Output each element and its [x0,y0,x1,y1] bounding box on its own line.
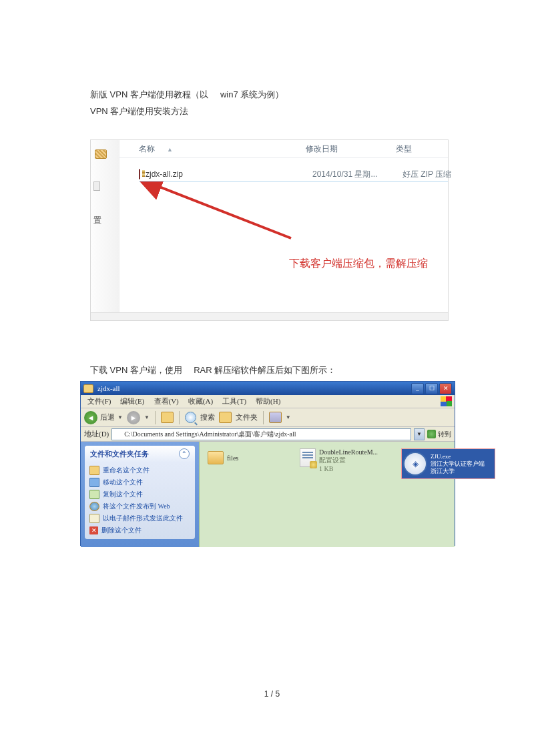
menu-edit[interactable]: 编辑(E) [116,395,148,408]
addressbar: 地址(D) C:\Documents and Settings\Administ… [81,427,455,442]
task-copy[interactable]: 复制这个文件 [89,488,190,500]
task-move[interactable]: 移动这个文件 [89,476,190,488]
tasks-panel: 文件和文件夹任务 ⌃ 重命名这个文件 移动这个文件 复制这个文件 将这个文件发布… [85,446,195,539]
page-number: 1 / 5 [90,689,454,699]
intro-line2: VPN 客户端使用安装方法 [90,103,454,120]
menubar[interactable]: 文件(F) 编辑(E) 查看(V) 收藏(A) 工具(T) 帮助(H) [81,395,455,408]
file-item-zju[interactable]: ◈ ZJU.exe 浙江大学认证客户端 浙江大学 [401,448,495,479]
intro-line1b: win7 系统为例） [220,87,284,103]
task-delete[interactable]: ✕删除这个文件 [89,524,190,536]
folders-icon[interactable] [219,412,232,423]
mid-caption: 下载 VPN 客户端，使用 RAR 解压缩软件解压后如下图所示： [90,364,454,376]
maximize-button[interactable]: ☐ [425,383,438,394]
file-name: zjdx-all.zip [146,169,312,179]
annotation-text: 下载客户端压缩包，需解压缩 [289,257,428,271]
file-row[interactable]: zjdx-all.zip 2014/10/31 星期... 好压 ZIP 压缩 [139,167,448,181]
window-title: zjdx-all [97,384,120,392]
up-folder-icon[interactable] [161,412,174,423]
rename-icon [89,466,99,475]
zju-line1: ZJU.exe [431,453,485,460]
titlebar-folder-icon [83,384,93,393]
sidebar-handle-icon [93,181,100,191]
column-headers[interactable]: 名称▲ 修改日期 类型 [119,140,448,158]
back-button[interactable]: ◄ 后退 ▼ [84,411,123,424]
titlebar[interactable]: zjdx-all _ ☐ ✕ [81,382,455,395]
ini-size: 1 KB [319,465,378,472]
zju-line2: 浙江大学认证客户端 [431,460,485,468]
address-label: 地址(D) [84,429,109,439]
toolbar-search-label[interactable]: 搜索 [200,412,215,422]
go-arrow-icon [427,430,436,438]
zip-icon [139,169,140,179]
intro-line1a: 新版 VPN 客户端使用教程（以 [90,87,208,103]
minimize-button[interactable]: _ [411,383,424,394]
tasks-header: 文件和文件夹任务 [90,449,149,459]
col-name[interactable]: 名称 [139,144,155,153]
task-email[interactable]: 以电子邮件形式发送此文件 [89,512,190,524]
task-publish[interactable]: 将这个文件发布到 Web [89,500,190,512]
col-date[interactable]: 修改日期 [306,143,396,155]
explorer-body: 文件和文件夹任务 ⌃ 重命名这个文件 移动这个文件 复制这个文件 将这个文件发布… [81,442,455,547]
task-rename[interactable]: 重命名这个文件 [89,464,190,476]
menu-view[interactable]: 查看(V) [150,395,183,408]
sidebar-folder-icon [95,149,107,159]
delete-icon: ✕ [89,526,98,534]
menu-file[interactable]: 文件(F) [83,395,115,408]
sort-caret-icon: ▲ [167,146,173,153]
screenshot-xp-explorer: zjdx-all _ ☐ ✕ 文件(F) 编辑(E) 查看(V) 收藏(A) 工… [80,381,455,546]
copy-icon [89,490,99,499]
views-icon[interactable] [269,412,282,423]
address-dropdown[interactable]: ▼ [414,428,425,440]
toolbar-folders-label[interactable]: 文件夹 [236,412,258,422]
tasks-pane: 文件和文件夹任务 ⌃ 重命名这个文件 移动这个文件 复制这个文件 将这个文件发布… [81,442,199,547]
chevron-down-icon[interactable]: ▼ [144,414,150,420]
address-folder-icon [114,431,121,437]
globe-icon [89,502,99,511]
collapse-icon[interactable]: ⌃ [179,448,190,459]
col-type[interactable]: 类型 [396,143,436,155]
toolbar: ◄ 后退 ▼ ► ▼ 搜索 文件夹 ▼ [81,408,455,427]
side-glyph: 置 [93,215,119,226]
scrollbar-h[interactable] [91,312,448,320]
folder-label: files [227,454,238,462]
screenshot-win7-explorer: 置 名称▲ 修改日期 类型 zjdx-all.zip 2014/10/31 星期… [90,139,449,321]
back-icon: ◄ [84,411,97,424]
forward-button[interactable]: ► [127,411,140,424]
windows-flag-icon [441,396,452,406]
ini-name: DoubleLineRouteM... [319,448,378,456]
red-arrow-icon [138,181,298,242]
zju-badge-icon: ◈ [403,452,427,476]
mail-icon [89,514,99,523]
move-icon [89,478,99,487]
folder-icon [208,451,224,464]
menu-tools[interactable]: 工具(T) [218,395,250,408]
address-input[interactable]: C:\Documents and Settings\Administrator\… [111,428,411,440]
file-view[interactable]: files DoubleLineRouteM... 配置设置 1 KB ◈ ZJ… [199,442,455,547]
chevron-down-icon[interactable]: ▼ [286,414,291,420]
ini-desc: 配置设置 [319,456,378,465]
file-item-ini[interactable]: DoubleLineRouteM... 配置设置 1 KB [300,448,378,472]
chevron-down-icon[interactable]: ▼ [117,414,123,420]
file-type: 好压 ZIP 压缩 [403,169,463,180]
address-path: C:\Documents and Settings\Administrator\… [124,430,296,439]
file-item-folder[interactable]: files [208,451,238,464]
left-sidebar: 置 [91,140,119,320]
menu-help[interactable]: 帮助(H) [252,395,284,408]
document-page: 新版 VPN 客户端使用教程（以 win7 系统为例） VPN 客户端使用安装方… [0,0,534,725]
file-date: 2014/10/31 星期... [312,169,403,180]
intro-text: 新版 VPN 客户端使用教程（以 win7 系统为例） VPN 客户端使用安装方… [90,87,454,119]
search-icon[interactable] [185,412,196,423]
menu-fav[interactable]: 收藏(A) [184,395,217,408]
ini-file-icon [300,448,316,467]
svg-line-0 [156,185,291,238]
close-button[interactable]: ✕ [439,383,452,394]
zju-line3: 浙江大学 [431,468,485,475]
go-button[interactable]: 转到 [427,430,451,439]
